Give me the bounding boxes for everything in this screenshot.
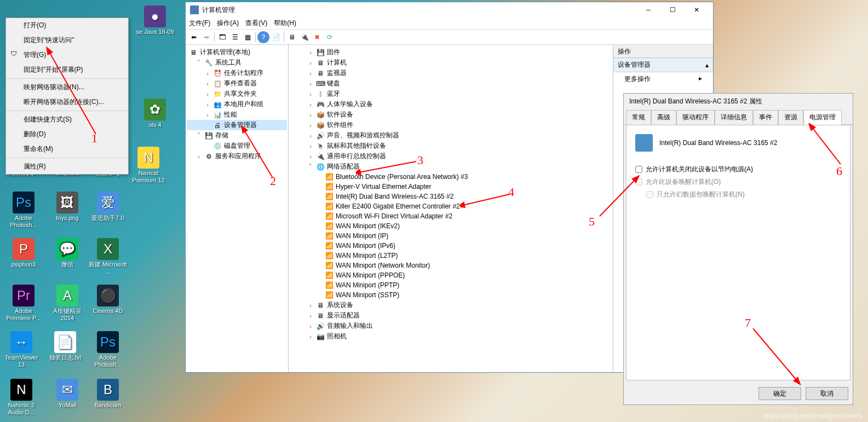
dev-mouse[interactable]: ›🖱鼠标和其他指针设备 — [290, 141, 612, 151]
desktop-icon-ps2[interactable]: PsAdobe Photosh... — [89, 331, 127, 368]
dev-software-devices[interactable]: ›📦软件设备 — [290, 109, 612, 120]
cancel-button[interactable]: 取消 — [806, 387, 848, 400]
menu-rename[interactable]: 重命名(M) — [6, 142, 128, 157]
dev-na-wan-l2tp[interactable]: 📶WAN Miniport (L2TP) — [290, 251, 612, 261]
tab-general[interactable]: 常规 — [626, 110, 651, 125]
dev-na-intel-wifi[interactable]: 📶Intel(R) Dual Band Wireless-AC 3165 #2 — [290, 192, 612, 201]
dev-na-wan-ikev2[interactable]: 📶WAN Miniport (IKEv2) — [290, 221, 612, 231]
tree-performance[interactable]: ›📊性能 — [187, 109, 287, 120]
dev-na-wan-sstp[interactable]: 📶WAN Miniport (SSTP) — [290, 290, 612, 300]
desktop-icon-tools4[interactable]: ✿ols 4 — [136, 99, 174, 129]
back-button[interactable]: ⬅ — [188, 31, 200, 43]
desktop-icon-log[interactable]: 📄抽奖日志.txt — [46, 331, 84, 361]
desktop-icon-ps[interactable]: PsAdobe Photosh... — [4, 192, 43, 229]
actions-more[interactable]: 更多操作▸ — [613, 72, 713, 86]
desktop-icon-pr[interactable]: PrAdobe Premiere P... — [4, 285, 43, 322]
menu-file[interactable]: 文件(F) — [189, 19, 210, 28]
dev-system-devices[interactable]: ›🖥系统设备 — [290, 300, 612, 310]
minimize-button[interactable]: ─ — [636, 3, 660, 17]
menu-manage[interactable]: 管理(G) — [6, 48, 128, 62]
forward-button[interactable]: ➡ — [200, 31, 212, 43]
menu-create-shortcut[interactable]: 创建快捷方式(S) — [6, 112, 128, 127]
tab-power-management[interactable]: 电源管理 — [803, 110, 842, 125]
tab-driver[interactable]: 驱动程序 — [676, 110, 715, 125]
dev-na-wifi-direct[interactable]: 📶Microsoft Wi-Fi Direct Virtual Adapter … — [290, 211, 612, 221]
ok-button[interactable]: 确定 — [758, 387, 801, 400]
menu-delete[interactable]: 删除(D) — [6, 127, 128, 142]
menu-open[interactable]: 打开(O) — [6, 18, 128, 33]
desktop-icon-excel[interactable]: X新建 Microsoft ... — [89, 238, 127, 275]
dev-camera[interactable]: ›📷照相机 — [290, 331, 612, 342]
dev-software-components[interactable]: ›📦软件组件 — [290, 120, 612, 130]
checkbox-allow-turnoff-input[interactable] — [635, 166, 642, 173]
dev-monitors[interactable]: ›🖥监视器 — [290, 68, 612, 78]
dev-na-wan-ipv6[interactable]: 📶WAN Miniport (IPv6) — [290, 241, 612, 251]
menu-help[interactable]: 帮助(H) — [274, 19, 296, 28]
dev-network-adapters[interactable]: ˅🌐网络适配器 — [290, 161, 612, 172]
tree-services[interactable]: ›⚙服务和应用程序 — [187, 151, 287, 161]
tree-storage[interactable]: ˅💾存储 — [187, 130, 287, 141]
tree-disk-management[interactable]: 💿磁盘管理 — [187, 141, 287, 151]
desktop-icon-yomail[interactable]: ✉YoMail — [48, 379, 87, 409]
enable-button[interactable]: ✖ — [311, 31, 323, 43]
show-hidden-button[interactable]: 📄 — [270, 31, 282, 43]
actions-section[interactable]: 设备管理器▴ — [613, 58, 713, 72]
dev-bluetooth[interactable]: ›ᛒ蓝牙 — [290, 89, 612, 99]
dev-na-bluetooth[interactable]: 📶Bluetooth Device (Personal Area Network… — [290, 172, 612, 182]
detail-view-button[interactable]: 🗔 — [216, 31, 228, 43]
dev-firmware[interactable]: ›💾固件 — [290, 47, 612, 57]
menu-map-drive[interactable]: 映射网络驱动器(N)... — [6, 80, 128, 95]
desktop-icon-psiphon[interactable]: Ppsiphon3 — [4, 238, 43, 268]
maximize-button[interactable]: ☐ — [660, 3, 685, 17]
dev-na-killer[interactable]: 📶Killer E2400 Gigabit Ethernet Controlle… — [290, 201, 612, 211]
dev-audio[interactable]: ›🔊音频输入和输出 — [290, 321, 612, 331]
dev-na-hyperv[interactable]: 📶Hyper-V Virtual Ethernet Adapter — [290, 182, 612, 192]
tree-local-users[interactable]: ›👥本地用户和组 — [187, 99, 287, 109]
desktop-icon-ajian[interactable]: AA按键精灵2014 — [48, 285, 87, 322]
menu-pin-start[interactable]: 固定到"开始"屏幕(P) — [6, 62, 128, 77]
close-button[interactable]: ✕ — [685, 3, 709, 17]
dev-na-wan-netmon[interactable]: 📶WAN Miniport (Network Monitor) — [290, 261, 612, 270]
update-button[interactable]: ⟳ — [324, 31, 336, 43]
tree-system-tools[interactable]: ˅🔧系统工具 — [187, 57, 287, 68]
tree-task-scheduler[interactable]: ›⏰任务计划程序 — [187, 68, 287, 78]
dev-na-wan-pptp[interactable]: 📶WAN Miniport (PPTP) — [290, 280, 612, 290]
scan-button[interactable]: 🔌 — [298, 31, 311, 43]
menu-action[interactable]: 操作(A) — [217, 19, 239, 28]
desktop-icon-teamviewer[interactable]: ↔TeamViewer 13 — [2, 331, 41, 368]
desktop-icon-aisi[interactable]: 爱爱思助手7.0 — [89, 192, 127, 222]
computer-button[interactable]: 🖥 — [286, 31, 298, 43]
desktop-icon-bandicam[interactable]: BBandicam — [89, 379, 127, 409]
desktop-icon-nahimic[interactable]: NNahimic 2 Audio D... — [2, 379, 41, 416]
list-view-button[interactable]: ☰ — [229, 31, 241, 43]
checkbox-allow-turnoff[interactable]: 允许计算机关闭此设备以节约电源(A) — [635, 165, 841, 174]
window-titlebar[interactable]: 计算机管理 ─ ☐ ✕ — [186, 2, 713, 18]
desktop-icon-c4d[interactable]: ⚫Cinema 4D — [89, 285, 127, 315]
tree-event-viewer[interactable]: ›📋事件查看器 — [187, 78, 287, 89]
dev-na-wan-pppoe[interactable]: 📶WAN Miniport (PPPOE) — [290, 270, 612, 280]
dev-na-wan-ip[interactable]: 📶WAN Miniport (IP) — [290, 231, 612, 241]
desktop-icon-wechat[interactable]: 💬微信 — [48, 238, 87, 268]
dev-computer[interactable]: ›🖥计算机 — [290, 57, 612, 68]
tab-details[interactable]: 详细信息 — [715, 110, 753, 125]
dev-keyboards[interactable]: ›⌨键盘 — [290, 78, 612, 89]
tree-device-manager[interactable]: 🖨设备管理器 — [187, 120, 287, 130]
desktop-icon-toys[interactable]: 🖼toys.png — [48, 192, 87, 222]
dev-hid[interactable]: ›🎮人体学输入设备 — [290, 99, 612, 109]
dev-display-adapters[interactable]: ›🖥显示适配器 — [290, 310, 612, 321]
menu-properties[interactable]: 属性(R) — [6, 159, 128, 174]
large-icons-button[interactable]: ▦ — [242, 31, 254, 43]
dev-sound[interactable]: ›🔊声音、视频和游戏控制器 — [290, 130, 612, 141]
tree-root[interactable]: 🖥计算机管理(本地) — [187, 47, 287, 57]
menu-disconnect-drive[interactable]: 断开网络驱动器的连接(C)... — [6, 95, 128, 109]
tree-shared-folders[interactable]: ›📁共享文件夹 — [187, 89, 287, 99]
dev-usb[interactable]: ›🔌通用串行总线控制器 — [290, 151, 612, 161]
desktop-icon-navicat[interactable]: NNavicat Premium 12 — [129, 147, 168, 184]
tab-advanced[interactable]: 高级 — [651, 110, 676, 125]
help-button[interactable]: ? — [257, 31, 269, 43]
tab-events[interactable]: 事件 — [753, 110, 778, 125]
desktop-icon-eclipse[interactable]: ●se Java 18-09 — [136, 5, 174, 36]
menu-view[interactable]: 查看(V) — [245, 19, 267, 28]
tab-resources[interactable]: 资源 — [778, 110, 803, 125]
menu-pin-quick-access[interactable]: 固定到"快速访问" — [6, 33, 128, 48]
